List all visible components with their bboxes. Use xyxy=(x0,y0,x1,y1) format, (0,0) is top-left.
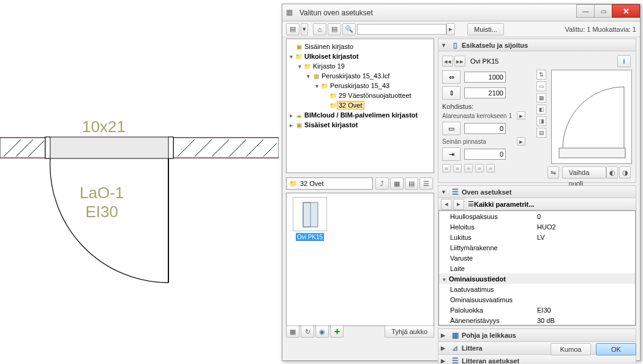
sill-icon: ▭ xyxy=(442,122,461,135)
door-settings-dialog: ▦ Valitun oven asetukset — ▭ ✕ ▤ ▾ ⌂ ▤ 🔍… xyxy=(282,4,641,361)
width-input[interactable] xyxy=(464,72,506,83)
view-small-icons[interactable]: ▤ xyxy=(405,177,418,190)
wallface-button[interactable]: ▸ xyxy=(517,137,525,146)
close-button[interactable]: ✕ xyxy=(612,4,640,18)
tree-node-29[interactable]: 29 Väestönsuojatuotteet xyxy=(337,92,413,99)
tree-node-pk[interactable]: Peruskirjasto 15_43 xyxy=(329,82,391,89)
prev-item-button[interactable]: ◂◂ xyxy=(442,56,453,67)
param-list[interactable]: Huullospaksuus0 HeloitusHUO2 LukitusLV L… xyxy=(438,210,636,325)
reveal-input[interactable] xyxy=(464,149,506,160)
param-name: Laite xyxy=(439,265,537,272)
view-mode-dropdown[interactable]: ▾ xyxy=(301,23,308,35)
drawing-canvas: 10x21 LaO-1 EI30 xyxy=(0,0,279,364)
param-value[interactable]: HUO2 xyxy=(537,223,635,231)
height-input[interactable] xyxy=(464,87,506,98)
tree-node-bimcloud[interactable]: BIMcloud / BIM-palvelimen kirjastot xyxy=(303,111,419,119)
cancel-button[interactable]: Kumoa xyxy=(551,343,591,355)
search-input[interactable] xyxy=(357,24,446,35)
anchor-opt-2[interactable]: ▫ xyxy=(453,164,462,173)
library-home-button[interactable]: ⌂ xyxy=(313,23,326,35)
lib-manage-button[interactable]: ▦ xyxy=(286,325,299,338)
view-large-icons[interactable]: ▦ xyxy=(390,177,404,190)
width-icon: ⇔ xyxy=(442,70,461,84)
library-items[interactable]: Ovi PK15 xyxy=(286,193,434,326)
app-icon: ▦ xyxy=(286,8,296,18)
lib-add-button[interactable]: ✚ xyxy=(330,325,344,338)
tree-node-internal[interactable]: Sisäinen kirjasto xyxy=(303,43,355,50)
anchor-opt-3[interactable]: ▫ xyxy=(464,164,473,173)
svg-rect-13 xyxy=(45,137,173,158)
param-value[interactable]: 30 dB xyxy=(537,317,635,324)
mirror-x-button[interactable]: ⇋ xyxy=(547,166,559,179)
svg-rect-2 xyxy=(0,138,45,158)
tree-node-32[interactable]: 32 Ovet xyxy=(337,102,364,109)
plan-icon: ▦ xyxy=(450,331,460,340)
section-plan-header[interactable]: ▶▦Pohja ja leikkaus xyxy=(438,329,636,341)
param-list-icon: ☰ xyxy=(468,200,474,208)
wallface-label: Seinän pinnasta xyxy=(442,138,486,145)
tree-node-lcf[interactable]: Peruskirjasto 15_43.lcf xyxy=(320,72,391,80)
param-page-label[interactable]: Kaikki parametrit... xyxy=(474,201,534,208)
folder-path[interactable]: 📁32 Ovet xyxy=(286,177,373,190)
search-options-button[interactable]: ▸ xyxy=(446,23,455,35)
param-value[interactable]: EI30 xyxy=(537,306,635,314)
height-icon: ⇕ xyxy=(442,86,461,100)
item-name: Ovi PK15 xyxy=(470,58,617,65)
anchor-opt-5[interactable]: ▫ xyxy=(486,164,495,173)
dialog-title: Valitun oven asetukset xyxy=(299,9,373,17)
anchor-opt-4[interactable]: ▫ xyxy=(475,164,484,173)
param-prev-button[interactable]: ◂ xyxy=(441,199,452,210)
opt-a-icon[interactable]: ▭ xyxy=(536,81,546,91)
orient-a-button[interactable]: ◐ xyxy=(606,166,618,179)
link-icon[interactable]: ⇅ xyxy=(536,70,546,80)
marker-settings-icon: ☰ xyxy=(450,357,460,364)
sill-input[interactable] xyxy=(464,123,506,134)
view-mode-button[interactable]: ▤ xyxy=(286,23,299,35)
title-bar[interactable]: ▦ Valitun oven asetukset — ▭ ✕ xyxy=(282,4,640,21)
section-params: ▼☰ Oven asetukset ◂ ▸ ☰ Kaikki parametri… xyxy=(438,185,636,326)
section-preview: ▼▯ Esikatselu ja sijoitus ◂◂ ▸▸ Ovi PK15… xyxy=(438,39,636,183)
minimize-button[interactable]: — xyxy=(576,4,595,18)
opt-d-icon[interactable]: ◨ xyxy=(536,116,546,126)
section-preview-header[interactable]: ▼▯ Esikatselu ja sijoitus xyxy=(438,39,636,51)
param-value[interactable]: LV xyxy=(537,234,635,241)
empty-opening-button[interactable]: Tyhjä aukko xyxy=(385,325,434,338)
view-list[interactable]: ☰ xyxy=(419,177,433,190)
library-item[interactable]: Ovi PK15 xyxy=(290,197,329,241)
ok-button[interactable]: OK xyxy=(596,343,636,355)
tree-node-external[interactable]: Ulkoiset kirjastot xyxy=(303,53,360,60)
param-name: Lukitus xyxy=(439,234,537,241)
flip-side-button[interactable]: Vaihda puoli xyxy=(562,166,606,179)
anchor-opt-1[interactable]: ▫ xyxy=(442,164,451,173)
param-name: Huullospaksuus xyxy=(439,213,537,220)
opt-c-icon[interactable]: ◧ xyxy=(536,105,546,114)
svg-rect-19 xyxy=(559,148,625,158)
lib-web-button[interactable]: ◉ xyxy=(315,325,329,338)
selection-status: Valittu: 1 Muokattavia: 1 xyxy=(565,26,636,33)
door-id-label-1: LaO-1 xyxy=(80,184,124,202)
library-item-caption: Ovi PK15 xyxy=(296,233,324,241)
dialog-toolbar: ▤ ▾ ⌂ ▤ 🔍 ▸ Muisti... Valittu: 1 Muokatt… xyxy=(282,21,640,37)
up-folder-button[interactable]: ⤴ xyxy=(375,177,389,190)
tree-node-lib19[interactable]: Kirjasto 19 xyxy=(312,62,346,70)
memory-button[interactable]: Muisti... xyxy=(467,23,504,35)
opt-e-icon[interactable]: ▤ xyxy=(536,128,546,138)
section-params-header[interactable]: ▼☰ Oven asetukset xyxy=(438,186,636,198)
ref-story-label: Alareunasta kerrokseen 1 xyxy=(442,113,512,119)
opt-b-icon[interactable]: ▦ xyxy=(536,93,546,103)
maximize-button[interactable]: ▭ xyxy=(594,4,612,18)
param-value[interactable]: 0 xyxy=(537,213,635,220)
settings-panel: ▼▯ Esikatselu ja sijoitus ◂◂ ▸▸ Ovi PK15… xyxy=(438,39,636,340)
tree-node-embedded[interactable]: Sisäiset kirjastot xyxy=(303,121,359,128)
next-item-button[interactable]: ▸▸ xyxy=(454,56,465,67)
ref-story-button[interactable]: ▸ xyxy=(517,111,525,120)
param-next-button[interactable]: ▸ xyxy=(453,199,464,210)
lib-reload-button[interactable]: ↻ xyxy=(301,325,314,338)
param-name: Laatuvaatimus xyxy=(439,286,537,293)
library-tree[interactable]: ▣Sisäinen kirjasto ▾📁Ulkoiset kirjastot … xyxy=(286,39,434,173)
info-button[interactable]: i xyxy=(617,55,631,67)
orient-b-button[interactable]: ◑ xyxy=(619,166,631,179)
library-filter-button[interactable]: ▤ xyxy=(328,23,341,35)
param-group[interactable]: Ominaisuustiedot xyxy=(449,275,506,283)
search-icon[interactable]: 🔍 xyxy=(342,23,356,35)
